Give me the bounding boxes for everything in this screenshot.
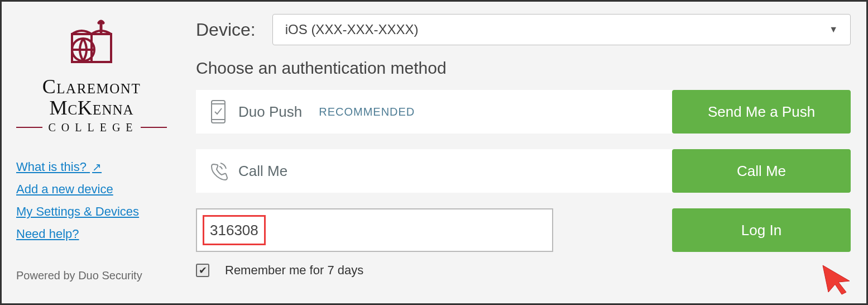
device-select[interactable]: iOS (XXX-XXX-XXXX) ▼: [272, 14, 851, 45]
passcode-highlight: 316308: [203, 215, 266, 245]
sidebar: Claremont McKenna COLLEGE What is this? …: [2, 2, 180, 303]
push-label: Duo Push: [238, 103, 302, 121]
device-selected-value: iOS (XXX-XXX-XXXX): [285, 22, 419, 37]
org-name-line2: McKenna: [49, 98, 133, 119]
link-label: What is this?: [16, 160, 87, 174]
org-college-row: COLLEGE: [16, 121, 167, 134]
auth-method-heading: Choose an authentication method: [196, 59, 851, 78]
method-row-call: Call Me Call Me: [196, 149, 851, 193]
remember-checkbox[interactable]: ✔: [196, 264, 209, 277]
passcode-input[interactable]: 316308: [196, 208, 553, 252]
org-college: COLLEGE: [42, 121, 140, 134]
book-globe-icon: [61, 17, 122, 73]
passcode-value: 316308: [210, 222, 258, 239]
check-icon: ✔: [199, 264, 207, 277]
device-row: Device: iOS (XXX-XXX-XXXX) ▼: [196, 14, 851, 45]
link-my-settings[interactable]: My Settings & Devices: [16, 204, 139, 219]
link-need-help[interactable]: Need help?: [16, 227, 79, 241]
main-panel: Device: iOS (XXX-XXX-XXXX) ▼ Choose an a…: [180, 2, 866, 303]
phone-call-icon: [207, 160, 229, 182]
org-logo: Claremont McKenna COLLEGE: [16, 17, 167, 134]
recommended-badge: RECOMMENDED: [319, 106, 415, 118]
method-row-push: Duo Push RECOMMENDED Send Me a Push: [196, 90, 851, 134]
call-me-button[interactable]: Call Me: [672, 149, 851, 193]
device-label: Device:: [196, 20, 256, 40]
remember-row: ✔ Remember me for 7 days: [196, 263, 851, 278]
send-push-button[interactable]: Send Me a Push: [672, 90, 851, 134]
external-link-icon: ↗: [92, 161, 102, 173]
phone-check-icon: [207, 99, 229, 124]
sidebar-links: What is this? ↗ Add a new device My Sett…: [16, 160, 167, 241]
chevron-down-icon: ▼: [829, 25, 838, 35]
log-in-button[interactable]: Log In: [672, 208, 851, 252]
remember-label: Remember me for 7 days: [225, 263, 363, 278]
duo-auth-frame: Claremont McKenna COLLEGE What is this? …: [0, 0, 868, 305]
link-what-is-this[interactable]: What is this? ↗: [16, 160, 102, 174]
method-row-passcode: 316308 Log In: [196, 208, 851, 252]
powered-by: Powered by Duo Security: [16, 269, 167, 282]
link-add-device[interactable]: Add a new device: [16, 182, 113, 197]
org-name-line1: Claremont: [42, 77, 141, 98]
call-label: Call Me: [238, 163, 287, 180]
